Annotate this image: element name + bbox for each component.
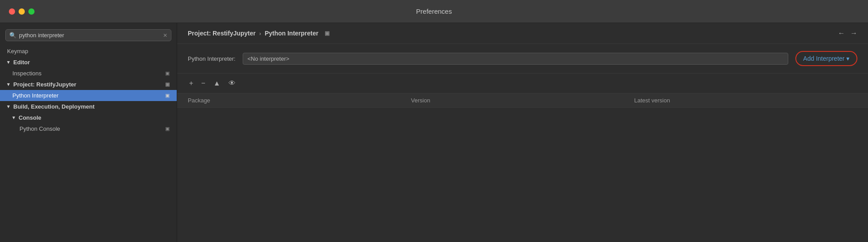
main-layout: 🔍 ✕ Keymap ▾ Editor Inspections ▣ — [0, 23, 868, 242]
title-bar: Preferences — [0, 0, 868, 23]
forward-arrow[interactable]: → — [850, 29, 857, 37]
breadcrumb-separator: › — [259, 30, 261, 37]
sidebar-label-project: Project: RestifyJupyter — [13, 81, 76, 88]
show-package-button[interactable]: 👁 — [227, 78, 237, 89]
upgrade-package-button[interactable]: ▲ — [212, 78, 222, 89]
interpreter-select[interactable]: <No interpreter> — [243, 53, 788, 65]
sidebar-item-build-execution-deployment[interactable]: ▾ Build, Execution, Deployment — [0, 101, 177, 112]
add-interpreter-dropdown-icon: ▾ — [846, 55, 849, 62]
table-header: Package Version Latest version — [177, 94, 868, 108]
remove-package-button[interactable]: − — [200, 78, 206, 89]
search-input[interactable] — [19, 32, 160, 39]
add-interpreter-label: Add Interpreter — [803, 55, 845, 62]
add-package-button[interactable]: + — [188, 78, 194, 89]
sidebar-label-keymap: Keymap — [7, 48, 28, 55]
main-content: Project: RestifyJupyter › Python Interpr… — [177, 23, 868, 242]
sidebar-label-editor: Editor — [13, 59, 30, 66]
breadcrumb-page: Python Interpreter — [265, 30, 318, 37]
console-caret: ▾ — [12, 115, 15, 121]
python-interpreter-settings-icon: ▣ — [165, 93, 170, 98]
sidebar-item-python-interpreter[interactable]: Python Interpreter ▣ — [0, 90, 177, 101]
python-console-settings-icon: ▣ — [165, 126, 170, 132]
build-caret: ▾ — [7, 104, 10, 109]
column-header-package: Package — [188, 97, 411, 104]
sidebar: 🔍 ✕ Keymap ▾ Editor Inspections ▣ — [0, 23, 177, 242]
maximize-button[interactable] — [28, 8, 35, 15]
sidebar-item-keymap[interactable]: Keymap — [0, 46, 177, 57]
sidebar-item-console[interactable]: ▾ Console — [0, 112, 177, 123]
breadcrumb-project: Project: RestifyJupyter — [188, 30, 256, 37]
sidebar-label-console: Console — [19, 114, 41, 121]
add-interpreter-button[interactable]: Add Interpreter ▾ — [795, 51, 857, 66]
interpreter-row: Python Interpreter: <No interpreter> Add… — [177, 44, 868, 74]
packages-table-body — [177, 108, 868, 242]
column-header-latest-version: Latest version — [634, 97, 857, 104]
search-clear-icon[interactable]: ✕ — [163, 32, 167, 39]
sidebar-label-python-interpreter: Python Interpreter — [12, 92, 58, 99]
project-settings-icon: ▣ — [165, 82, 170, 87]
breadcrumb-icon: ▣ — [325, 30, 329, 36]
interpreter-label: Python Interpreter: — [188, 55, 236, 62]
column-header-version: Version — [411, 97, 634, 104]
sidebar-item-project-restifyjupyter[interactable]: ▾ Project: RestifyJupyter ▣ — [0, 79, 177, 90]
sidebar-item-inspections[interactable]: Inspections ▣ — [0, 68, 177, 79]
inspections-settings-icon: ▣ — [165, 70, 170, 76]
sidebar-item-python-console[interactable]: Python Console ▣ — [0, 123, 177, 134]
window-title: Preferences — [416, 8, 452, 15]
sidebar-item-editor[interactable]: ▾ Editor — [0, 57, 177, 68]
close-button[interactable] — [9, 8, 15, 15]
sidebar-label-python-console: Python Console — [19, 125, 60, 132]
sidebar-label-inspections: Inspections — [12, 70, 42, 77]
window-controls — [9, 8, 35, 15]
search-bar[interactable]: 🔍 ✕ — [5, 29, 171, 41]
back-arrow[interactable]: ← — [838, 29, 845, 37]
project-caret: ▾ — [7, 82, 10, 87]
search-icon: 🔍 — [9, 32, 16, 39]
minimize-button[interactable] — [19, 8, 25, 15]
sidebar-label-build: Build, Execution, Deployment — [13, 103, 94, 110]
nav-arrows: ← → — [838, 29, 857, 37]
editor-caret: ▾ — [7, 59, 10, 65]
breadcrumb: Project: RestifyJupyter › Python Interpr… — [177, 23, 868, 44]
packages-toolbar: + − ▲ 👁 — [177, 74, 868, 94]
